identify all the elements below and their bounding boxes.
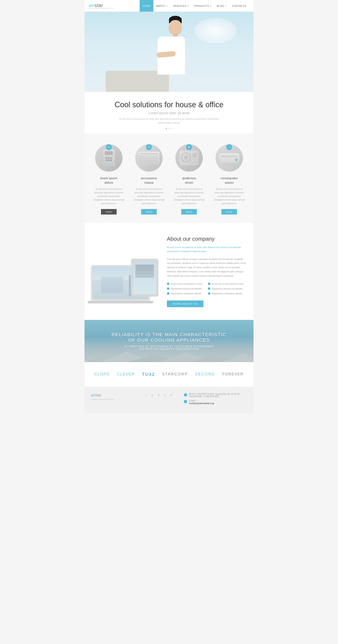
banner-mountains	[85, 350, 253, 362]
slider-dots	[89, 128, 249, 130]
header: airstar AIR CONDITIONING LTD HOME ABOUT …	[85, 0, 253, 12]
footer-address-row: 9870 ST VINCENT PLACE, GLASGOW, DC 45 FR…	[184, 393, 247, 398]
brand-tu42: TU42	[142, 372, 155, 377]
email-icon	[184, 400, 187, 403]
about-feature-4: Dignissimos ducimus qui blandiis	[208, 287, 247, 290]
dot-2[interactable]	[168, 128, 170, 130]
about-feature-dot-2	[208, 282, 210, 285]
hero-description: At vero eos et accusamus et iusto odio d…	[116, 117, 222, 124]
googleplus-icon[interactable]: g	[150, 393, 154, 397]
tablet-screen	[133, 262, 156, 294]
feature-desc-2: At vero eos et accusamus et iusto odio d…	[133, 187, 165, 205]
dot-1[interactable]	[165, 128, 167, 130]
sun-icon: ☀	[148, 146, 150, 149]
feature-item-1: ✦ lorem ipsumdolore At vero eos et accus…	[91, 144, 127, 214]
feature-badge-4: ☽	[226, 144, 232, 150]
dot-3[interactable]	[171, 128, 173, 130]
nav-products[interactable]: PRODUCTS	[191, 0, 214, 12]
nav-contacts[interactable]: CONTACTS	[229, 0, 249, 12]
footer-address: 9870 ST VINCENT PLACE, GLASGOW, DC 45 FR…	[189, 393, 247, 398]
brands-section: CLOPO CLEVER TU42 STARCORP SECOND FOREVE…	[85, 362, 253, 386]
features-section: ✦ lorem ipsumdolore At vero eos et accus…	[85, 134, 253, 223]
tablet	[131, 259, 158, 297]
logo[interactable]: airstar AIR CONDITIONING LTD	[89, 3, 114, 9]
feature-badge-3: ❄	[186, 144, 192, 150]
footer-logo-star: star	[95, 393, 101, 397]
about-feature-label-4: Dignissimos ducimus qui blandiis	[212, 287, 243, 290]
footer-social: f g ⊕ p in	[137, 393, 180, 397]
footer-email-address[interactable]: contact@demolink.org	[189, 402, 214, 404]
feature-title-1: lorem ipsumdolore	[93, 176, 125, 185]
footer-logo-text: airstar	[91, 393, 133, 398]
feature-icon-3: ❄	[175, 144, 203, 172]
about-features-grid: At vero eos et accusamus et iusto At ver…	[167, 282, 247, 295]
brand-clever: CLEVER	[117, 372, 135, 376]
linkedin-icon[interactable]: in	[169, 393, 173, 397]
laptop-base	[88, 301, 153, 304]
brand-forever: FOREVER	[222, 372, 244, 376]
brand-clopo: CLOPO	[94, 372, 110, 376]
nav-blog[interactable]: BLOG	[214, 0, 229, 12]
about-feature-3: Dignissimos ducimus qui blandiis	[167, 287, 206, 290]
banner-title: RELIABILITY IS THE MAIN CHARACTERISTICOF…	[112, 332, 226, 343]
snowflake-icon: ❄	[188, 146, 190, 149]
about-section: About our company At vero eos et accusam…	[85, 223, 253, 320]
about-feature-5: Raesendrum voluptatum deleniti	[167, 292, 206, 295]
logo-star: star	[94, 3, 103, 8]
about-feature-label-3: Dignissimos ducimus qui blandiis	[171, 287, 202, 290]
footer-logo: airstar © 2014 • PRIVACY POLICY	[91, 393, 133, 400]
footer-email-content: E-MAIL: contact@demolink.org	[189, 400, 214, 404]
remote-screen	[105, 151, 113, 155]
footer-email-label: E-MAIL:	[189, 400, 196, 402]
pinterest-icon[interactable]: p	[163, 393, 167, 397]
about-title: About our company	[167, 236, 247, 242]
feature-title-4: consequaturautum	[213, 176, 245, 185]
about-feature-label-1: At vero eos et accusamus et iusto	[171, 282, 202, 286]
about-feature-6: Raesendrum voluptatum deleniti	[208, 292, 247, 295]
feature-btn-4[interactable]: more	[221, 209, 237, 214]
about-feature-label-2: At vero eos et accusamus et iusto	[212, 282, 243, 286]
logo-subtitle: AIR CONDITIONING LTD	[89, 8, 114, 9]
remote-buttons	[106, 157, 112, 161]
about-description: Corrupti quos dolores et quas molestias …	[167, 257, 247, 278]
feature-title-3: quidemosrerum	[173, 176, 205, 185]
feature-desc-4: At vero eos et accusamus et iusto odio d…	[213, 187, 245, 205]
nav-services[interactable]: SERVICES	[170, 0, 191, 12]
indoor-illustration	[219, 153, 239, 163]
feature-item-3: ❄ quidemosrerum At vero eos et accusamus…	[171, 144, 207, 214]
feature-btn-2[interactable]: more	[141, 209, 157, 214]
banner-content: RELIABILITY IS THE MAIN CHARACTERISTICOF…	[112, 332, 226, 350]
logo-air: air	[89, 3, 94, 8]
banner-subtitle: AT VERO EOS ET ACCUSAMUS ET IUSTO ODIO D…	[112, 345, 226, 350]
about-devices	[91, 242, 158, 301]
facebook-icon[interactable]: f	[144, 393, 148, 397]
remote-illustration	[103, 150, 115, 166]
nav-about[interactable]: ABOUT	[153, 0, 170, 12]
about-feature-dot-6	[208, 292, 210, 295]
nav-home[interactable]: HOME	[140, 0, 153, 12]
banner-section: RELIABILITY IS THE MAIN CHARACTERISTICOF…	[85, 320, 253, 362]
feature-badge-2: ☀	[146, 144, 152, 150]
hero-content	[85, 12, 253, 92]
about-feature-1: At vero eos et accusamus et iusto	[167, 282, 206, 286]
about-feature-dot-4	[208, 287, 210, 290]
about-feature-dot-1	[167, 282, 169, 285]
rss-icon[interactable]: ⊕	[156, 393, 161, 397]
footer-email-row: E-MAIL: contact@demolink.org	[184, 400, 247, 404]
feature-btn-3[interactable]: more	[181, 209, 197, 214]
mountains-svg	[85, 350, 253, 362]
about-feature-2: At vero eos et accusamus et iusto	[208, 282, 247, 286]
footer-copyright: © 2014 • PRIVACY POLICY	[91, 398, 133, 400]
feature-icon-2: ☀	[135, 144, 163, 172]
hero-subtitle: Lorem ipsum dolor sit amet	[89, 111, 249, 115]
moon-icon: ☽	[228, 146, 230, 149]
about-more-button[interactable]: MORE ABOUT US	[167, 300, 203, 307]
hero-title: Cool solutions for house & office	[89, 100, 249, 109]
footer: airstar © 2014 • PRIVACY POLICY f g ⊕ p …	[85, 386, 253, 413]
hero-person	[152, 16, 199, 92]
feature-btn-1[interactable]: more	[101, 209, 116, 214]
brand-second: SECOND	[195, 372, 215, 376]
main-nav: HOME ABOUT SERVICES PRODUCTS BLOG CONTAC…	[140, 0, 249, 12]
about-highlight: At vero eos et accusamus et iusto odio d…	[167, 245, 247, 253]
about-feature-label-5: Raesendrum voluptatum deleniti	[171, 292, 201, 295]
